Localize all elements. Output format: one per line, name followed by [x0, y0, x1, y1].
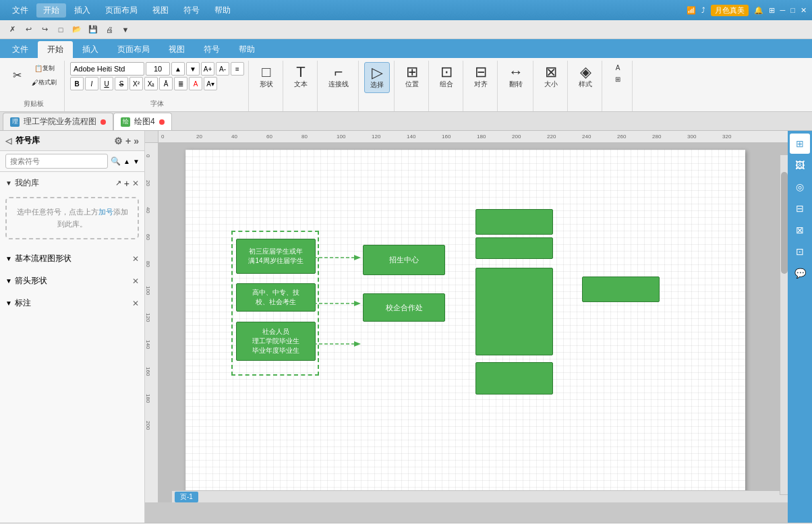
text-btn[interactable]: T 文本 — [289, 62, 313, 92]
copy-btn[interactable]: 📋 复制 — [28, 62, 60, 75]
list-btn[interactable]: ≣ — [174, 77, 187, 90]
extra-btn2[interactable]: ⊞ — [608, 74, 628, 85]
search-icon[interactable]: 🔍 — [111, 156, 121, 166]
rp-image-btn[interactable]: 🖼 — [790, 155, 810, 175]
flow-shape-6[interactable] — [475, 209, 553, 235]
bold-btn[interactable]: B — [70, 77, 84, 90]
callout-header[interactable]: ▼ 标注 ✕ — [0, 295, 144, 312]
save-btn[interactable]: 💾 — [86, 23, 100, 36]
font-size-down-btn[interactable]: ▼ — [186, 62, 200, 76]
superscript-btn[interactable]: X² — [129, 77, 143, 90]
canvas-area[interactable]: 0 20 40 60 80 100 120 140 160 180 200 22… — [145, 131, 788, 523]
flip-btn[interactable]: ↔ 翻转 — [503, 62, 529, 92]
flow-shape-5[interactable]: 校企合作处 — [363, 293, 445, 322]
menu-insert[interactable]: 插入 — [67, 3, 97, 18]
menu-view[interactable]: 视图 — [146, 3, 175, 18]
menu-layout[interactable]: 页面布局 — [98, 3, 144, 18]
callout-close-icon[interactable]: ✕ — [132, 299, 139, 308]
combine-btn[interactable]: ⊡ 组合 — [434, 62, 459, 92]
doc-tab-0[interactable]: 理 理工学院业务流程图 — [3, 113, 113, 130]
font-name-input[interactable] — [70, 62, 144, 76]
strikethrough-btn[interactable]: S — [115, 77, 128, 90]
align-btn[interactable]: ⊟ 对齐 — [469, 62, 493, 92]
font-size-up-btn[interactable]: ▲ — [171, 62, 185, 76]
tab-insert[interactable]: 插入 — [73, 41, 108, 58]
arrow-header[interactable]: ▼ 箭头形状 ✕ — [0, 272, 144, 289]
text-style-btn[interactable]: Ā — [159, 77, 173, 90]
rp-expand-btn[interactable]: ⊡ — [790, 241, 810, 262]
underline-btn[interactable]: U — [100, 77, 113, 90]
flow-shape-3[interactable]: 社会人员 理工学院毕业生 毕业年度毕业生 — [236, 322, 316, 361]
v-scrollbar[interactable] — [780, 155, 788, 494]
rp-grid-btn[interactable]: ⊞ — [790, 134, 810, 154]
sidebar-expand-btn[interactable]: ◁ — [5, 136, 11, 146]
sidebar-settings-icon[interactable]: ⚙ — [114, 136, 123, 146]
page-tab-btn[interactable]: 页-1 — [175, 492, 198, 502]
rp-size2-btn[interactable]: ⊠ — [790, 220, 810, 240]
select-btn[interactable]: ▷ 选择 — [364, 62, 390, 93]
menu-symbol[interactable]: 符号 — [177, 3, 206, 18]
flow-shape-4[interactable]: 招生中心 — [363, 245, 445, 275]
my-library-header[interactable]: ▼ 我的库 ↗ + ✕ — [0, 175, 144, 192]
scroll-down-icon[interactable]: ▼ — [133, 158, 140, 165]
tab-start[interactable]: 开始 — [38, 41, 73, 58]
flow-shape-7[interactable] — [475, 237, 553, 259]
font-shrink-btn[interactable]: A- — [216, 62, 229, 76]
style-btn[interactable]: ◈ 样式 — [573, 62, 598, 92]
sidebar-add-btn[interactable]: + — [125, 136, 131, 146]
basic-flow-close-icon[interactable]: ✕ — [132, 254, 139, 264]
tab-view[interactable]: 视图 — [159, 41, 194, 58]
tab-help[interactable]: 帮助 — [229, 41, 264, 58]
my-library-add-icon[interactable]: + — [124, 178, 129, 189]
menu-help[interactable]: 帮助 — [208, 3, 237, 18]
font-size-input[interactable] — [146, 62, 170, 76]
close-btn[interactable]: ✕ — [801, 6, 807, 15]
text-color-btn[interactable]: A▾ — [204, 77, 217, 90]
size-btn[interactable]: ⊠ 大小 — [539, 62, 563, 92]
font-grow-btn[interactable]: A+ — [201, 62, 214, 76]
italic-btn[interactable]: I — [85, 77, 98, 90]
arrow-close-icon[interactable]: ✕ — [132, 276, 139, 286]
flow-shape-10[interactable] — [582, 276, 660, 302]
canvas-wrapper[interactable]: 初三应届学生或年 满14周岁往届学生 高中、中专、技 校、社会考生 社会人员 理… — [158, 143, 788, 502]
basic-flow-header[interactable]: ▼ 基本流程图形状 ✕ — [0, 250, 144, 267]
flow-shape-1[interactable]: 初三应届学生或年 满14周岁往届学生 — [236, 239, 316, 274]
user-badge[interactable]: 月色真美 — [711, 5, 749, 16]
more-btn[interactable]: ▼ — [119, 23, 132, 36]
format-brush-btn[interactable]: 🖌 格式刷 — [28, 76, 60, 89]
v-scroll-thumb[interactable] — [781, 172, 788, 274]
tab-file[interactable]: 文件 — [3, 41, 38, 58]
flow-shape-2[interactable]: 高中、中专、技 校、社会考生 — [236, 283, 316, 312]
cut-btn[interactable]: ✂ — [7, 68, 27, 83]
flow-shape-8[interactable] — [475, 268, 553, 355]
maximize-btn[interactable]: □ — [790, 6, 795, 14]
search-input[interactable] — [5, 154, 108, 169]
scroll-up-icon[interactable]: ▲ — [123, 158, 130, 165]
extra-btn1[interactable]: A — [608, 62, 628, 74]
rp-align2-btn[interactable]: ⊟ — [790, 198, 810, 219]
new-btn[interactable]: □ — [54, 23, 67, 36]
subscript-btn[interactable]: X₂ — [144, 77, 158, 90]
flow-shape-9[interactable] — [475, 362, 553, 395]
menu-file[interactable]: 文件 — [5, 3, 35, 18]
shape-btn[interactable]: □ 形状 — [254, 62, 279, 92]
tab-symbol[interactable]: 符号 — [194, 41, 229, 58]
undo-btn[interactable]: ↩ — [22, 23, 35, 36]
print-btn[interactable]: 🖨 — [103, 23, 116, 36]
open-btn[interactable]: 📂 — [70, 23, 84, 36]
redo-btn[interactable]: ↪ — [38, 23, 51, 36]
sidebar-collapse-btn[interactable]: » — [134, 136, 139, 146]
connector-btn[interactable]: ⌐ 连接线 — [323, 62, 354, 92]
position-btn[interactable]: ⊞ 位置 — [400, 62, 424, 92]
tab-layout[interactable]: 页面布局 — [108, 41, 159, 58]
minimize-btn[interactable]: ─ — [780, 6, 786, 14]
close-quick-btn[interactable]: ✗ — [5, 23, 19, 36]
rp-layers-btn[interactable]: ◎ — [790, 177, 810, 197]
menu-start[interactable]: 开始 — [36, 3, 66, 18]
align-btn[interactable]: ≡ — [231, 62, 244, 76]
my-library-close-icon[interactable]: ✕ — [132, 179, 139, 188]
doc-tab-1[interactable]: 绘 绘图4 — [113, 113, 172, 130]
my-library-export-icon[interactable]: ↗ — [115, 179, 121, 187]
font-color-btn[interactable]: A — [189, 77, 202, 90]
rp-info-btn[interactable]: 💬 — [790, 263, 810, 283]
